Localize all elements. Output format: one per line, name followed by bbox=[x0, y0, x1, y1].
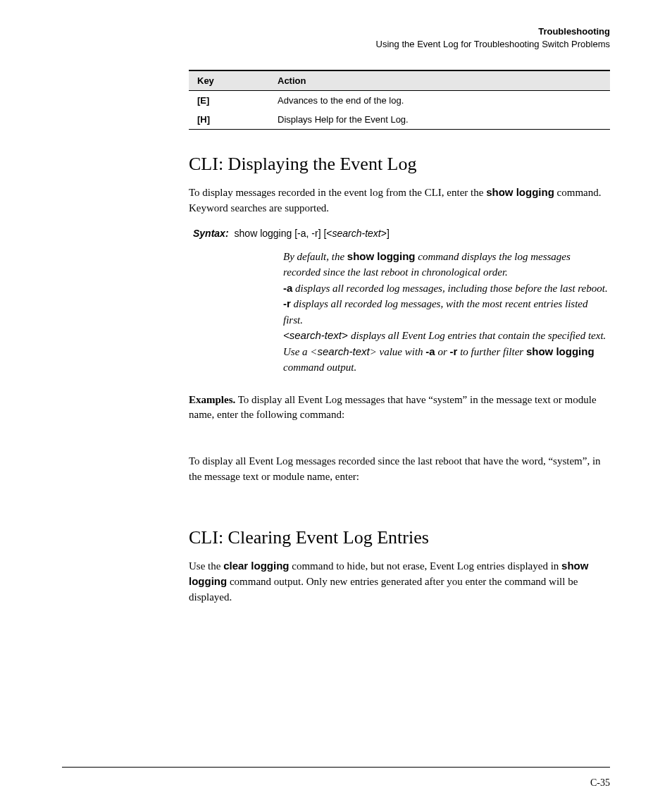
heading-cli-displaying: CLI: Displaying the Event Log bbox=[189, 154, 610, 175]
p1b: clear logging bbox=[223, 560, 289, 572]
d4k: show logging bbox=[526, 345, 595, 357]
d4a: < bbox=[283, 329, 290, 341]
syntax-text-1: show logging [-a, -r] [< bbox=[235, 228, 332, 239]
syntax-command: show logging [-a, -r] [<search-text>] bbox=[235, 228, 390, 239]
opt-r: -r bbox=[283, 297, 291, 309]
col-key: Key bbox=[189, 70, 269, 91]
desc-line-a: -a displays all recorded log messages, i… bbox=[283, 281, 610, 297]
intro-pre: To display messages recorded in the even… bbox=[189, 187, 486, 198]
p1c: command to hide, but not erase, Event Lo… bbox=[290, 560, 562, 572]
p1e: command output. Only new entries generat… bbox=[189, 576, 578, 603]
page: Troubleshooting Using the Event Log for … bbox=[0, 0, 672, 807]
heading-cli-clearing: CLI: Clearing Event Log Entries bbox=[189, 527, 610, 548]
d4h: or bbox=[435, 346, 450, 357]
footer-rule bbox=[62, 767, 610, 768]
intro-cmd: show logging bbox=[486, 186, 554, 198]
running-head-title: Troubleshooting bbox=[62, 25, 610, 38]
desc-line-default: By default, the show logging command dis… bbox=[283, 249, 610, 281]
d2b: displays all recorded log messages, incl… bbox=[292, 283, 607, 294]
examples-paragraph-2: To display all Event Log messages record… bbox=[189, 454, 610, 485]
d4c: > bbox=[342, 329, 351, 341]
d4j: to further filter bbox=[457, 346, 526, 357]
running-head: Troubleshooting Using the Event Log for … bbox=[62, 25, 610, 50]
col-action: Action bbox=[269, 70, 610, 91]
running-head-subtitle: Using the Event Log for Troubleshooting … bbox=[62, 38, 610, 51]
page-number: C-35 bbox=[590, 777, 610, 789]
table-header-row: Key Action bbox=[189, 70, 610, 91]
syntax-row: Syntax: show logging [-a, -r] [<search-t… bbox=[193, 228, 610, 239]
syntax-description: By default, the show logging command dis… bbox=[283, 249, 610, 376]
d4i: -r bbox=[450, 345, 458, 357]
table-row: [H] Displays Help for the Event Log. bbox=[189, 110, 610, 130]
table-row: [E] Advances to the end of the log. bbox=[189, 91, 610, 111]
cell-key: [H] bbox=[189, 110, 269, 130]
p1a: Use the bbox=[189, 560, 223, 572]
content-column: Key Action [E] Advances to the end of th… bbox=[189, 70, 610, 605]
d4e: search-text bbox=[317, 345, 369, 357]
d4b: search-text bbox=[290, 329, 342, 341]
cell-action: Advances to the end of the log. bbox=[269, 91, 610, 111]
examples-paragraph-1: Examples. To display all Event Log messa… bbox=[189, 393, 610, 424]
cell-action: Displays Help for the Event Log. bbox=[269, 110, 610, 130]
desc-line-search: <search-text> displays all Event Log ent… bbox=[283, 328, 610, 376]
examples-body: To display all Event Log messages that h… bbox=[189, 394, 597, 421]
syntax-search-text: search-text bbox=[332, 228, 380, 239]
syntax-label: Syntax: bbox=[193, 228, 229, 239]
key-action-table: Key Action [E] Advances to the end of th… bbox=[189, 70, 610, 130]
d1b: show logging bbox=[347, 250, 416, 262]
d1a: By default, the bbox=[283, 251, 347, 262]
d4f: > value with bbox=[370, 346, 426, 357]
d4l: command output. bbox=[283, 362, 356, 373]
examples-label: Examples. bbox=[189, 394, 235, 405]
cell-key: [E] bbox=[189, 91, 269, 111]
opt-a: -a bbox=[283, 282, 292, 294]
d4g: -a bbox=[425, 345, 435, 357]
d3b: displays all recorded log messages, with… bbox=[283, 298, 587, 326]
clearing-paragraph: Use the clear logging command to hide, b… bbox=[189, 558, 610, 605]
desc-line-r: -r displays all recorded log messages, w… bbox=[283, 296, 610, 328]
syntax-text-2: >] bbox=[381, 228, 390, 239]
intro-paragraph: To display messages recorded in the even… bbox=[189, 185, 610, 216]
